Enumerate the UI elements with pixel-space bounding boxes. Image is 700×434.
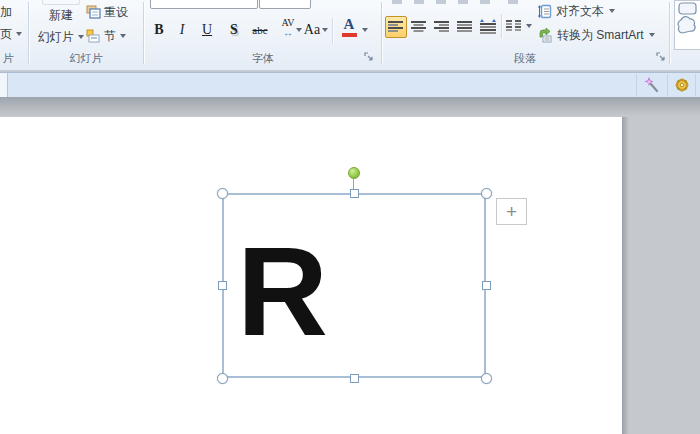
cropped-button-line2[interactable]: 页 xyxy=(0,24,22,43)
cropped-button-line1[interactable]: 加 xyxy=(0,4,12,21)
text-shadow-button[interactable]: S xyxy=(226,20,242,40)
smartart-icon xyxy=(538,28,553,43)
align-center-button[interactable] xyxy=(408,16,430,38)
italic-button[interactable]: I xyxy=(174,20,190,40)
chevron-down-icon xyxy=(16,32,22,36)
chevron-down-icon xyxy=(526,24,532,28)
plugin-toolbar xyxy=(0,72,700,98)
powerpoint-window: 加 页 片 新建 幻灯片 重设 xyxy=(0,0,700,434)
align-left-icon xyxy=(388,20,404,34)
resize-handle-top-left[interactable] xyxy=(217,188,228,199)
toolbar-divider xyxy=(636,74,637,96)
slide-edge-shadow xyxy=(622,117,629,434)
font-size-combobox[interactable] xyxy=(259,0,311,9)
font-color-swatch xyxy=(342,33,357,37)
font-color-glyph: A xyxy=(340,17,358,32)
group-label-paragraph: 段落 xyxy=(381,51,669,66)
reset-icon xyxy=(86,5,101,20)
cropped-ribbon-button xyxy=(458,0,468,4)
section-button[interactable]: 节 xyxy=(86,27,126,45)
columns-icon xyxy=(506,19,522,33)
convert-to-smartart-button[interactable]: 转换为 SmartArt xyxy=(538,26,655,44)
distribute-text-button[interactable] xyxy=(477,16,499,38)
group-separator xyxy=(143,2,144,64)
cropped-ribbon-button xyxy=(414,0,424,4)
resize-handle-top-right[interactable] xyxy=(481,188,492,199)
chevron-down-icon xyxy=(322,28,328,32)
ribbon-home-tab-content: 加 页 片 新建 幻灯片 重设 xyxy=(0,0,700,71)
bold-button[interactable]: B xyxy=(150,20,168,40)
chevron-down-icon xyxy=(649,33,655,37)
cropped-ribbon-button xyxy=(508,0,518,4)
toolbar-divider xyxy=(695,74,696,96)
chevron-down-icon xyxy=(78,35,84,39)
chevron-down-icon xyxy=(362,28,368,32)
change-case-button[interactable]: Aa xyxy=(303,20,321,40)
group-label-slides: 幻灯片 xyxy=(30,51,142,66)
group-label-font: 字体 xyxy=(145,51,381,66)
section-label: 节 xyxy=(104,28,116,45)
distribute-text-icon xyxy=(479,19,497,35)
new-slide-button[interactable]: 新建 幻灯片 xyxy=(34,0,88,48)
resize-handle-top[interactable] xyxy=(350,189,359,198)
group-separator xyxy=(28,2,29,64)
convert-to-smartart-label: 转换为 SmartArt xyxy=(557,27,644,44)
underline-button[interactable]: U xyxy=(198,20,216,40)
rotation-handle[interactable] xyxy=(348,167,360,179)
align-right-icon xyxy=(434,20,450,34)
align-text-label: 对齐文本 xyxy=(556,3,604,20)
chevron-down-icon xyxy=(120,34,126,38)
resize-handle-left[interactable] xyxy=(218,281,227,290)
align-left-button[interactable] xyxy=(385,16,407,38)
align-right-button[interactable] xyxy=(431,16,453,38)
font-color-button[interactable]: A xyxy=(340,17,358,41)
plus-button[interactable]: + xyxy=(496,198,527,225)
new-slide-label-bottom: 幻灯片 xyxy=(38,30,74,44)
font-dialog-launcher[interactable] xyxy=(363,51,375,63)
new-slide-label-top: 新建 xyxy=(34,7,88,24)
resize-handle-bottom-right[interactable] xyxy=(481,373,492,384)
magic-wand-button[interactable] xyxy=(640,76,664,94)
reset-label: 重设 xyxy=(104,4,128,21)
plugin-toolbar-left-cell xyxy=(0,73,8,97)
strikethrough-button[interactable]: abc xyxy=(248,20,272,40)
new-slide-icon xyxy=(42,0,80,5)
align-text-icon xyxy=(538,4,552,19)
font-name-combobox[interactable] xyxy=(150,0,258,9)
paragraph-dialog-launcher[interactable] xyxy=(655,51,667,63)
cropped-ribbon-button xyxy=(392,0,402,4)
settings-gear-button[interactable] xyxy=(670,76,694,94)
shape-thumbnails xyxy=(675,1,699,47)
justify-button[interactable] xyxy=(454,16,476,38)
justify-icon xyxy=(457,20,473,34)
shapes-gallery[interactable] xyxy=(674,0,700,50)
align-text-button[interactable]: 对齐文本 xyxy=(538,2,615,20)
settings-gear-icon xyxy=(674,77,690,93)
cropped-ribbon-button xyxy=(436,0,446,4)
cloud-shape-icon xyxy=(678,17,695,33)
resize-handle-right[interactable] xyxy=(482,281,491,290)
columns-button[interactable] xyxy=(506,16,532,36)
resize-handle-bottom[interactable] xyxy=(350,374,359,383)
reset-button[interactable]: 重设 xyxy=(86,3,128,21)
workspace-top-shade xyxy=(0,97,700,117)
chevron-down-icon xyxy=(296,28,302,32)
align-center-icon xyxy=(411,20,427,34)
section-icon xyxy=(86,29,101,44)
selected-textbox[interactable] xyxy=(222,193,486,378)
group-separator xyxy=(669,2,670,64)
small-separator xyxy=(332,18,333,44)
group-label-cropped: 片 xyxy=(1,51,15,66)
small-separator xyxy=(501,14,502,38)
magic-wand-icon xyxy=(644,77,660,93)
rounded-rectangle-shape-icon xyxy=(679,3,696,14)
cropped-ribbon-button xyxy=(480,0,490,4)
toolbar-divider xyxy=(667,74,668,96)
chevron-down-icon xyxy=(609,9,615,13)
resize-handle-bottom-left[interactable] xyxy=(217,373,228,384)
